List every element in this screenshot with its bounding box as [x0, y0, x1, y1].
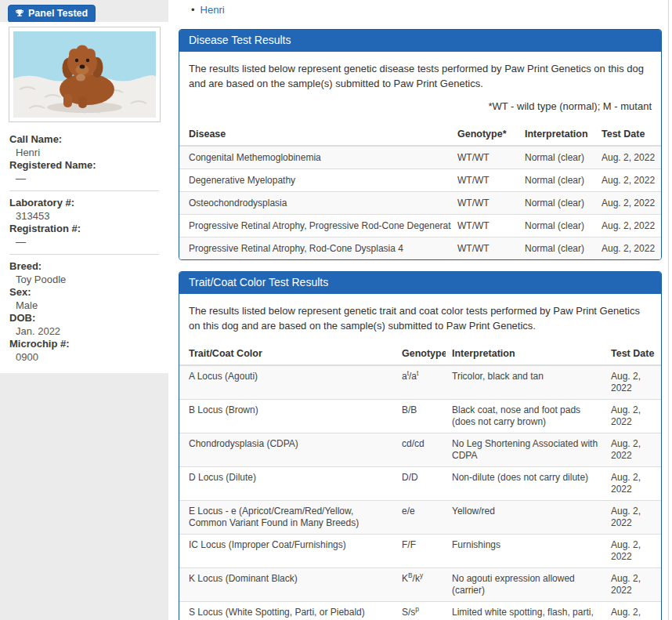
trait-description: The results listed below represent genet…	[189, 303, 652, 333]
field-call-name: Call Name: Henri	[9, 133, 159, 159]
date-cell: Aug. 2, 2022	[605, 400, 662, 433]
trophy-icon	[15, 9, 24, 18]
main-content: •Henri Disease Test Results The results …	[179, 0, 662, 620]
name-cell: Congenital Methemoglobinemia	[179, 146, 451, 169]
panel-tested-badge[interactable]: Panel Tested	[8, 5, 96, 23]
field-dob: DOB: Jan. 2022	[9, 312, 159, 338]
field-value: 0900	[9, 351, 159, 364]
disease-panel: Disease Test Results The results listed …	[179, 29, 662, 260]
name-cell: Progressive Retinal Atrophy, Progressive…	[179, 215, 451, 237]
genotype-cell: WT/WT	[451, 169, 518, 192]
field-value: Toy Poodle	[9, 274, 159, 287]
table-row: E Locus - e (Apricot/Cream/Red/Yellow, C…	[179, 501, 662, 535]
field-registration-number: Registration #: —	[9, 223, 159, 248]
genotype-cell: WT/WT	[451, 146, 518, 169]
date-cell: Aug. 2, 2022	[595, 146, 662, 169]
table-row: S Locus (White Spotting, Parti, or Pieba…	[179, 602, 662, 620]
genotype-cell: F/F	[396, 535, 446, 568]
date-cell: Aug. 2, 2022	[595, 237, 662, 260]
column-header-genotype: Genotype*	[451, 123, 518, 146]
trait-panel-heading: Trait/Coat Color Test Results	[179, 272, 661, 294]
interpretation-cell: Normal (clear)	[518, 215, 595, 237]
name-cell: B Locus (Brown)	[179, 400, 396, 433]
badge-label: Panel Tested	[28, 8, 88, 19]
genotype-cell: e/e	[396, 501, 446, 535]
date-cell: Aug. 2, 2022	[605, 467, 662, 501]
field-breed: Breed: Toy Poodle	[9, 260, 159, 286]
field-label: Sex:	[9, 286, 159, 299]
table-header-row: Trait/Coat Color Genotype Interpretation…	[179, 343, 662, 365]
field-laboratory-number: Laboratory #: 313453	[9, 197, 159, 223]
column-header-test-date: Test Date	[595, 123, 662, 146]
name-cell: K Locus (Dominant Black)	[179, 568, 396, 602]
disease-description: The results listed below represent genet…	[189, 61, 652, 91]
trait-panel: Trait/Coat Color Test Results The result…	[179, 271, 662, 620]
table-row: K Locus (Dominant Black)KB/kyNo agouti e…	[179, 568, 662, 602]
disease-panel-body: The results listed below represent genet…	[179, 52, 661, 123]
bullet-icon: •	[191, 4, 195, 16]
field-value: Male	[9, 299, 159, 313]
interpretation-cell: Tricolor, black and tan	[446, 365, 605, 400]
genotype-cell: S/sp	[396, 602, 446, 620]
field-label: Laboratory #:	[9, 197, 159, 210]
genotype-cell: WT/WT	[451, 237, 518, 260]
name-cell: E Locus - e (Apricot/Cream/Red/Yellow, C…	[179, 501, 396, 535]
interpretation-cell: No agouti expression allowed (carrier)	[446, 568, 605, 602]
field-value: —	[9, 236, 159, 249]
column-header-trait: Trait/Coat Color	[179, 343, 396, 365]
name-cell: Osteochondrodysplasia	[179, 192, 451, 215]
disease-results-table: Disease Genotype* Interpretation Test Da…	[179, 123, 662, 259]
date-cell: Aug. 2, 2022	[605, 365, 662, 400]
date-cell: Aug. 2, 2022	[595, 215, 662, 237]
interpretation-cell: Normal (clear)	[518, 146, 595, 169]
field-value: 313453	[9, 210, 159, 223]
sidebar: Panel Tested	[0, 0, 168, 620]
table-row: Congenital MethemoglobinemiaWT/WTNormal …	[179, 146, 662, 169]
table-row: A Locus (Agouti)at/atTricolor, black and…	[179, 365, 662, 400]
date-cell: Aug. 2, 2022	[605, 568, 662, 602]
genotype-cell: at/at	[396, 365, 446, 400]
dog-photo	[13, 31, 156, 118]
field-sex: Sex: Male	[9, 286, 159, 312]
trait-panel-body: The results listed below represent genet…	[179, 294, 661, 343]
table-row: Progressive Retinal Atrophy, Progressive…	[179, 215, 662, 237]
column-header-interpretation: Interpretation	[446, 343, 605, 365]
field-value: Henri	[9, 147, 159, 160]
interpretation-cell: Black coat, nose and foot pads (does not…	[446, 400, 605, 433]
interpretation-cell: Normal (clear)	[518, 192, 595, 215]
date-cell: Aug. 2, 2022	[605, 433, 662, 467]
divider	[9, 190, 159, 191]
name-cell: IC Locus (Improper Coat/Furnishings)	[179, 535, 396, 568]
window-edge-divider	[668, 0, 669, 620]
interpretation-cell: Limited white spotting, flash, parti, or…	[446, 602, 605, 620]
table-row: Degenerative MyelopathyWT/WTNormal (clea…	[179, 169, 662, 192]
genotype-cell: cd/cd	[396, 433, 446, 467]
genotype-cell: WT/WT	[451, 215, 518, 237]
genotype-legend-note: *WT - wild type (normal); M - mutant	[189, 99, 652, 114]
field-registered-name: Registered Name: —	[9, 159, 159, 185]
column-header-interpretation: Interpretation	[518, 123, 595, 146]
field-label: Breed:	[9, 260, 159, 274]
dog-name-link[interactable]: Henri	[201, 4, 225, 16]
name-cell: D Locus (Dilute)	[179, 467, 396, 501]
column-header-test-date: Test Date	[605, 343, 662, 365]
name-cell: Degenerative Myelopathy	[179, 169, 451, 192]
table-row: B Locus (Brown)B/BBlack coat, nose and f…	[179, 400, 662, 433]
field-label: Call Name:	[9, 133, 159, 147]
table-row: D Locus (Dilute)D/DNon-dilute (does not …	[179, 467, 662, 501]
name-cell: Progressive Retinal Atrophy, Rod-Cone Dy…	[179, 237, 451, 260]
divider	[9, 254, 159, 255]
field-value: —	[9, 172, 159, 186]
profile-card: Call Name: Henri Registered Name: — Labo…	[0, 22, 168, 373]
field-microchip: Microchip #: 0900	[9, 338, 159, 364]
field-label: DOB:	[9, 312, 159, 325]
field-label: Registration #:	[9, 223, 159, 236]
genotype-cell: KB/ky	[396, 568, 446, 602]
name-cell: S Locus (White Spotting, Parti, or Pieba…	[179, 602, 396, 620]
date-cell: Aug. 2, 2022	[595, 169, 662, 192]
column-header-genotype: Genotype	[396, 343, 446, 365]
disease-panel-heading: Disease Test Results	[179, 30, 661, 52]
genotype-cell: WT/WT	[451, 192, 518, 215]
breadcrumb-item: •Henri	[191, 4, 662, 16]
interpretation-cell: Furnishings	[446, 535, 605, 568]
